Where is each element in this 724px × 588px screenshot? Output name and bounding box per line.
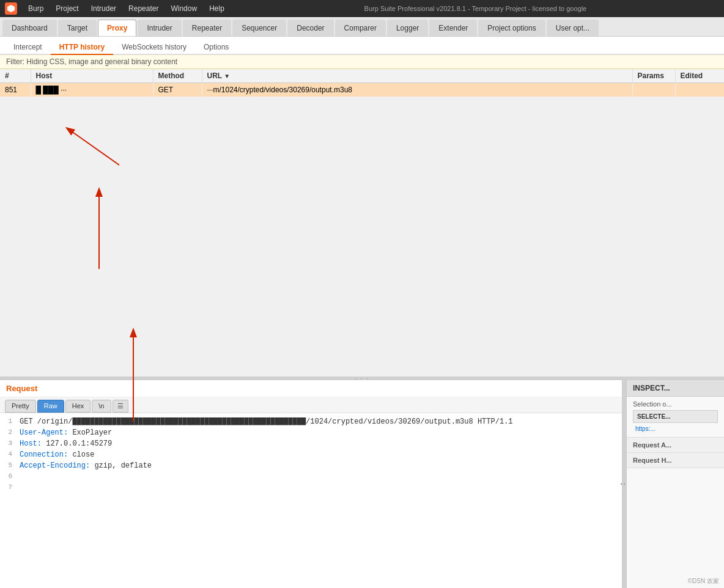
code-line-2: 2 User-Agent: ExoPlayer [0,428,622,439]
menu-help[interactable]: Help [204,3,229,14]
inspector-selection-label: Selection o... [633,400,718,408]
menu-window[interactable]: Window [166,3,202,14]
app-title: Burp Suite Professional v2021.8.1 - Temp… [232,5,719,12]
req-tab-pretty[interactable]: Pretty [5,400,36,413]
filter-bar[interactable]: Filter: Hiding CSS, image and general bi… [0,55,724,69]
table-row[interactable]: 851 █ ███ ··· GET ···m/1024/crypted/vide… [0,83,724,97]
subtab-http-history[interactable]: HTTP history [51,40,113,55]
request-tab-bar: Pretty Raw Hex \n ☰ [0,397,622,413]
inspector-url: https:... [633,424,718,433]
svg-marker-0 [7,5,15,12]
watermark: ©DSN 农家 [688,577,719,586]
table-header-row: # Host Method URL▼ Params Edited [0,69,724,83]
request-panel: Request Pretty Raw Hex \n ☰ 1 GET /origi… [0,380,622,588]
inspector-request-headers[interactable]: Request H... [627,453,724,468]
menu-repeater[interactable]: Repeater [124,3,163,14]
tab-target[interactable]: Target [58,20,97,36]
req-tab-raw[interactable]: Raw [37,400,64,413]
col-header-hash[interactable]: # [0,69,31,83]
sub-tab-bar: Intercept HTTP history WebSockets histor… [0,37,724,55]
req-tab-hex[interactable]: Hex [65,400,91,413]
col-header-edited[interactable]: Edited [675,69,724,83]
req-tab-newline[interactable]: \n [92,400,111,413]
tab-comparer[interactable]: Comparer [335,20,386,36]
tab-decoder[interactable]: Decoder [287,20,333,36]
http-history-table-area: # Host Method URL▼ Params Edited 851 █ █… [0,69,724,377]
upper-area: # Host Method URL▼ Params Edited 851 █ █… [0,69,724,377]
cell-edited [675,83,724,97]
http-history-table: # Host Method URL▼ Params Edited 851 █ █… [0,69,724,97]
inspector-selected-box: SELECTE... [633,410,718,423]
code-line-4: 4 Connection: close [0,450,622,461]
inspector-title: INSPECT... [627,380,724,397]
inspector-request-attributes[interactable]: Request A... [627,438,724,453]
main-tab-bar: Dashboard Target Proxy Intruder Repeater… [0,17,724,37]
tab-user-options[interactable]: User opt... [547,20,599,36]
cell-params [632,83,675,97]
subtab-intercept[interactable]: Intercept [5,40,51,55]
tab-proxy[interactable]: Proxy [98,20,136,36]
tab-project-options[interactable]: Project options [478,20,545,36]
cell-id: 851 [0,83,31,97]
tab-dashboard[interactable]: Dashboard [2,20,57,36]
tab-extender[interactable]: Extender [429,20,477,36]
col-header-params[interactable]: Params [632,69,675,83]
col-header-method[interactable]: Method [153,69,202,83]
bottom-pane: Request Pretty Raw Hex \n ☰ 1 GET /origi… [0,380,724,588]
menu-intruder[interactable]: Intruder [86,3,121,14]
tab-intruder[interactable]: Intruder [138,20,181,36]
request-panel-title: Request [0,380,622,397]
col-header-host[interactable]: Host [31,69,153,83]
cell-method: GET [153,83,202,97]
code-line-3: 3 Host: 127.0.0.1:45279 [0,439,622,450]
burp-logo [5,2,17,15]
url-sort-icon: ▼ [224,73,230,79]
code-line-7: 7 [0,483,622,494]
col-header-url[interactable]: URL▼ [202,69,632,83]
req-tab-menu-icon[interactable]: ☰ [113,400,128,413]
menu-project[interactable]: Project [51,3,83,14]
menu-bar: Burp Project Intruder Repeater Window He… [0,0,724,17]
cell-url: ···m/1024/crypted/videos/30269/output.m3… [202,83,632,97]
code-line-5: 5 Accept-Encoding: gzip, deflate [0,461,622,472]
code-line-6: 6 [0,472,622,483]
tab-logger[interactable]: Logger [387,20,428,36]
app-container: Burp Project Intruder Repeater Window He… [0,0,724,588]
tab-sequencer[interactable]: Sequencer [232,20,286,36]
subtab-websockets-history[interactable]: WebSockets history [113,40,195,55]
cell-host: █ ███ ··· [31,83,153,97]
menu-burp[interactable]: Burp [23,3,48,14]
code-line-1: 1 GET /origin/██████████████████████████… [0,417,622,428]
tab-repeater[interactable]: Repeater [183,20,231,36]
request-body[interactable]: 1 GET /origin/██████████████████████████… [0,413,622,588]
subtab-options[interactable]: Options [195,40,237,55]
inspector-selection: Selection o... SELECTE... https:... [627,397,724,438]
inspector-panel: INSPECT... Selection o... SELECTE... htt… [626,380,724,588]
